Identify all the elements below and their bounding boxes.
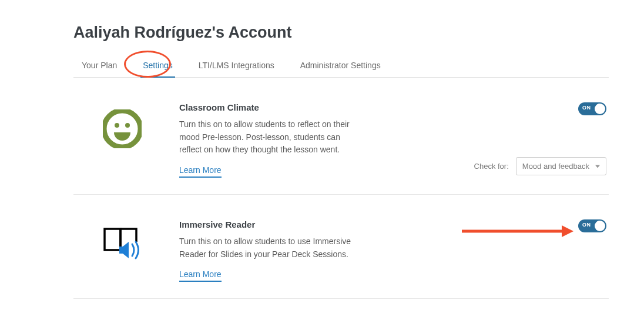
toggle-on-label: ON xyxy=(582,222,591,228)
classroom-climate-icon-col xyxy=(73,102,179,148)
immersive-reader-body: Immersive Reader Turn this on to allow s… xyxy=(179,219,361,282)
svg-point-2 xyxy=(125,123,130,128)
svg-point-0 xyxy=(104,111,140,147)
immersive-reader-description: Turn this on to allow students to use Im… xyxy=(179,235,361,261)
immersive-reader-learn-more-link[interactable]: Learn More xyxy=(179,269,222,282)
tab-settings[interactable]: Settings xyxy=(140,55,175,77)
page-title: Aaliyah Rodríguez's Account xyxy=(73,24,609,42)
setting-classroom-climate: Classroom Climate Turn this on to allow … xyxy=(73,78,609,195)
annotation-arrow xyxy=(462,223,573,239)
toggle-on-label: ON xyxy=(582,105,591,111)
smiley-face-icon xyxy=(103,109,142,148)
classroom-climate-learn-more-link[interactable]: Learn More xyxy=(179,165,222,178)
settings-section: Classroom Climate Turn this on to allow … xyxy=(73,78,609,299)
setting-immersive-reader: Immersive Reader Turn this on to allow s… xyxy=(73,195,609,299)
toggle-knob xyxy=(595,221,605,231)
svg-point-1 xyxy=(115,123,119,128)
tabs-bar: Your Plan Settings LTI/LMS Integrations … xyxy=(73,55,609,78)
toggle-knob xyxy=(595,104,605,114)
immersive-reader-title: Immersive Reader xyxy=(179,219,361,229)
tab-lti-lms-integrations[interactable]: LTI/LMS Integrations xyxy=(196,55,277,77)
svg-marker-5 xyxy=(562,225,573,237)
check-for-label: Check for: xyxy=(474,162,509,171)
classroom-climate-toggle[interactable]: ON xyxy=(578,102,606,115)
book-speaker-icon xyxy=(103,227,144,262)
classroom-climate-toggle-wrap: ON xyxy=(578,102,606,118)
classroom-climate-body: Classroom Climate Turn this on to allow … xyxy=(179,102,361,178)
immersive-reader-toggle-wrap: ON xyxy=(578,219,606,235)
immersive-reader-icon-col xyxy=(73,219,179,262)
immersive-reader-toggle[interactable]: ON xyxy=(578,219,606,232)
tab-your-plan[interactable]: Your Plan xyxy=(79,55,119,77)
tab-administrator-settings[interactable]: Administrator Settings xyxy=(298,55,383,77)
check-for-dropdown[interactable]: Mood and feedback xyxy=(516,157,606,175)
classroom-climate-description: Turn this on to allow students to reflec… xyxy=(179,118,361,156)
check-for-row: Check for: Mood and feedback xyxy=(474,157,606,175)
classroom-climate-title: Classroom Climate xyxy=(179,102,361,112)
